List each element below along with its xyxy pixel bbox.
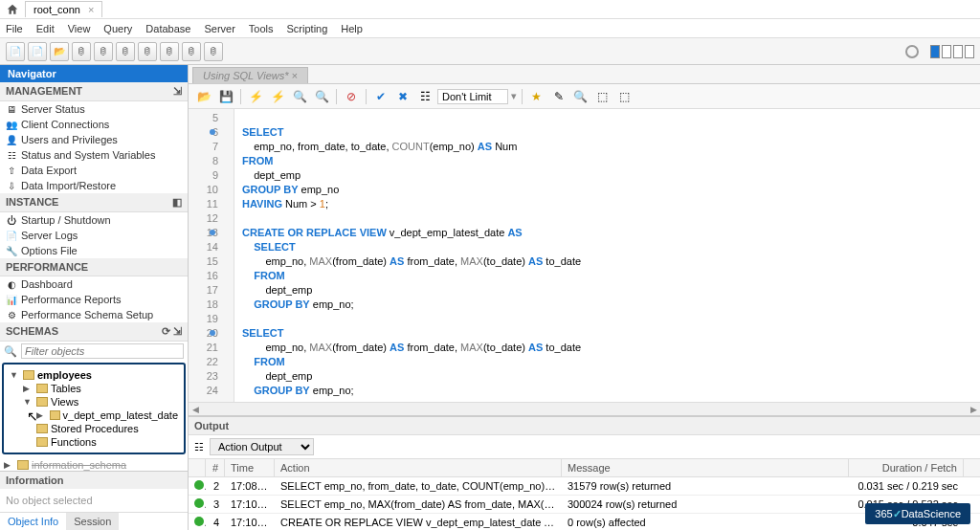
reports-icon: 📊: [6, 294, 17, 305]
new-sql-icon[interactable]: 📄: [6, 42, 25, 61]
menu-scripting[interactable]: Scripting: [287, 23, 328, 34]
status-ring-icon: [905, 45, 919, 58]
scroll-right-icon[interactable]: ▶: [967, 403, 980, 416]
db-icon[interactable]: 🛢: [204, 42, 223, 61]
connection-tab-label: root_conn: [33, 4, 80, 15]
panel-toggle-left[interactable]: [930, 45, 940, 58]
sql-editor[interactable]: 56789101112131415161718192021222324 SELE…: [189, 109, 980, 402]
menu-help[interactable]: Help: [341, 23, 363, 34]
database-icon: [17, 460, 29, 470]
import-icon: ⇩: [6, 180, 17, 191]
find-icon[interactable]: ✎: [549, 88, 568, 105]
db-icon[interactable]: 🛢: [138, 42, 157, 61]
menu-query[interactable]: Query: [103, 23, 132, 34]
nav-server-status[interactable]: 🖥Server Status: [0, 101, 188, 117]
schema-filter-input[interactable]: [21, 343, 184, 359]
snippets-icon[interactable]: ⬚: [593, 88, 612, 105]
tab-session[interactable]: Session: [66, 513, 119, 530]
rollback-icon[interactable]: ✖: [393, 88, 412, 105]
nav-options-file[interactable]: 🔧Options File: [0, 243, 188, 258]
save-icon[interactable]: 💾: [216, 88, 235, 105]
database-icon: [23, 370, 34, 380]
output-row[interactable]: 417:10:48CREATE OR REPLACE VIEW v_dept_e…: [189, 514, 980, 530]
schema-information-schema[interactable]: ▶information_schema: [4, 458, 184, 471]
explain-icon[interactable]: 🔍: [290, 88, 309, 105]
server-icon: 🖥: [6, 103, 17, 115]
schema-tables[interactable]: ▶Tables: [10, 382, 178, 395]
db-icon[interactable]: 🛢: [160, 42, 179, 61]
open-model-icon[interactable]: 📂: [50, 42, 69, 61]
output-panel: Output ☷ Action Output # Time Action Mes…: [189, 415, 980, 530]
nav-perf-reports[interactable]: 📊Performance Reports: [0, 292, 188, 307]
content-area: Using SQL Views* × 📂 💾 ⚡ ⚡ 🔍 🔍 ⊘ ✔ ✖ ☷ D…: [189, 65, 980, 530]
chevron-right-icon[interactable]: ▶: [4, 460, 11, 470]
menu-database[interactable]: Database: [145, 23, 190, 34]
folder-icon: [36, 397, 48, 407]
power-icon: ⏻: [6, 214, 17, 226]
schema-functions[interactable]: Functions: [10, 435, 178, 449]
schema-views[interactable]: ▼Views: [10, 395, 178, 409]
search-icon[interactable]: 🔍: [571, 88, 590, 105]
panel-toggle-bottom[interactable]: [953, 45, 963, 58]
nav-data-export[interactable]: ⇧Data Export: [0, 163, 188, 178]
menu-file[interactable]: File: [6, 23, 23, 34]
information-body: No object selected: [0, 489, 188, 512]
title-bar: root_conn ×: [0, 0, 980, 19]
nav-status-variables[interactable]: ☷Status and System Variables: [0, 147, 188, 163]
db-icon[interactable]: 🛢: [182, 42, 201, 61]
close-icon[interactable]: ×: [292, 70, 298, 81]
nav-perf-schema[interactable]: ⚙Performance Schema Setup: [0, 307, 188, 322]
collapse-icon[interactable]: ⇲: [173, 85, 182, 98]
sql-tab[interactable]: Using SQL Views* ×: [192, 67, 308, 83]
new-tab-icon[interactable]: 📄: [28, 42, 47, 61]
db-icon[interactable]: 🛢: [94, 42, 113, 61]
connection-tab[interactable]: root_conn ×: [25, 1, 102, 17]
menu-server[interactable]: Server: [204, 23, 234, 34]
panel-toggle-mid[interactable]: [942, 45, 951, 58]
folder-icon: [36, 384, 48, 393]
main-toolbar: 📄 📄 📂 🛢 🛢 🛢 🛢 🛢 🛢 🛢: [0, 38, 980, 65]
panel-toggle-right[interactable]: [965, 45, 974, 58]
schema-stored-procedures[interactable]: Stored Procedures: [10, 422, 178, 435]
refresh-icon[interactable]: ⟳ ⇲: [162, 325, 182, 338]
scroll-left-icon[interactable]: ◀: [189, 403, 202, 416]
tab-object-info[interactable]: Object Info: [0, 513, 66, 530]
open-file-icon[interactable]: 📂: [194, 88, 213, 105]
commit-icon[interactable]: ✔: [371, 88, 390, 105]
output-row[interactable]: 217:08:30SELECT emp_no, from_date, to_da…: [189, 477, 980, 496]
nav-data-import[interactable]: ⇩Data Import/Restore: [0, 178, 188, 193]
execute-current-icon[interactable]: ⚡: [268, 88, 287, 105]
management-header: MANAGEMENT ⇲: [0, 82, 188, 101]
schema-employees[interactable]: ▼employees: [10, 368, 178, 382]
limit-rows-select[interactable]: Don't Limit: [437, 89, 508, 104]
nav-client-connections[interactable]: 👥Client Connections: [0, 117, 188, 132]
search-icon: 🔍: [4, 345, 17, 358]
wrap-icon[interactable]: ⬚: [615, 88, 635, 105]
menu-view[interactable]: View: [68, 23, 91, 34]
beautify-icon[interactable]: ★: [527, 88, 546, 105]
output-row[interactable]: 317:10:16SELECT emp_no, MAX(from_date) A…: [189, 496, 980, 514]
output-type-select[interactable]: Action Output: [210, 438, 314, 455]
nav-dashboard[interactable]: ◐Dashboard: [0, 276, 188, 292]
breakpoint-dot-icon[interactable]: [210, 330, 215, 336]
menu-edit[interactable]: Edit: [36, 23, 55, 34]
execute-icon[interactable]: ⚡: [246, 88, 265, 105]
nav-server-logs[interactable]: 📄Server Logs: [0, 228, 188, 243]
stop-icon[interactable]: 🔍: [312, 88, 331, 105]
menu-tools[interactable]: Tools: [249, 23, 274, 34]
autocommit-icon[interactable]: ☷: [415, 88, 434, 105]
close-icon[interactable]: ×: [88, 4, 94, 15]
nav-users-privileges[interactable]: 👤Users and Privileges: [0, 132, 188, 147]
db-icon[interactable]: 🛢: [116, 42, 135, 61]
home-icon[interactable]: [6, 3, 19, 16]
chevron-down-icon[interactable]: ▼: [23, 397, 32, 407]
chevron-down-icon[interactable]: ▼: [10, 370, 18, 380]
cancel-icon[interactable]: ⊘: [342, 88, 361, 105]
nav-startup-shutdown[interactable]: ⏻Startup / Shutdown: [0, 212, 188, 228]
performance-header: PERFORMANCE: [0, 258, 188, 276]
db-icon[interactable]: 🛢: [72, 42, 91, 61]
breakpoint-dot-icon[interactable]: [210, 129, 215, 135]
breakpoint-dot-icon[interactable]: [210, 230, 215, 235]
chevron-right-icon[interactable]: ▶: [23, 384, 30, 393]
horizontal-scrollbar[interactable]: ◀ ▶: [189, 402, 980, 415]
